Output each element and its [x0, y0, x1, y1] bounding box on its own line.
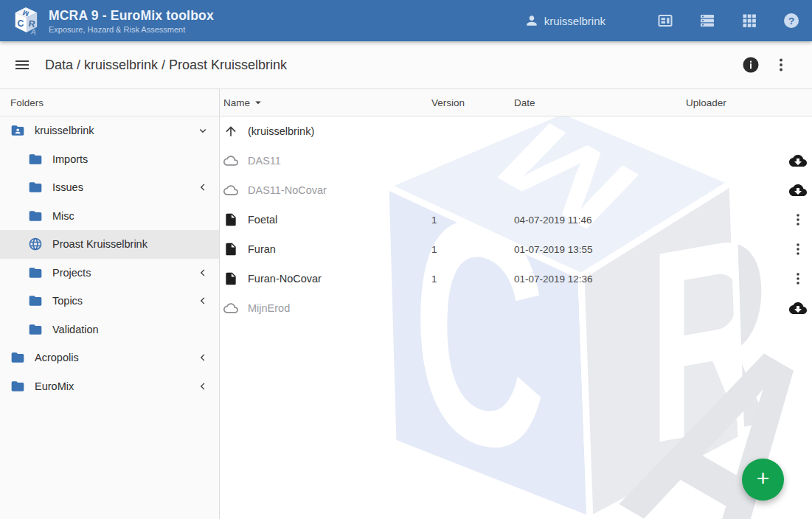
row-name: Furan-NoCovar	[248, 273, 322, 285]
row-name-cell: (kruisselbrink)	[223, 124, 431, 139]
row-date: 01-07-2019 13:55	[514, 244, 686, 255]
sidebar-item-label: Issues	[52, 181, 83, 193]
sidebar-item-issues[interactable]: Issues	[0, 173, 219, 202]
chevron-left-icon[interactable]	[196, 266, 209, 279]
row-name: Foetal	[248, 214, 277, 226]
sidebar-item-projects[interactable]: Projects	[0, 259, 219, 288]
folder-tree: kruisselbrinkImportsIssuesMiscProast Kru…	[0, 116, 219, 400]
column-name-label: Name	[223, 97, 250, 108]
chevron-down-icon[interactable]	[196, 124, 209, 137]
folder-icon	[28, 265, 43, 280]
row-actions	[785, 152, 811, 170]
app-title: MCRA 9 - EuroMix toolbox	[49, 8, 214, 24]
row-name: DAS11	[248, 155, 281, 167]
app-bar: M C R A MCRA 9 - EuroMix toolbox Exposur…	[0, 0, 812, 41]
row-version: 1	[431, 244, 514, 255]
app-bar-actions: kruisselbrink ?	[524, 12, 800, 29]
sidebar-item-label: Validation	[52, 324, 99, 335]
row-date: 01-07-2019 12:36	[514, 274, 686, 285]
row-name-cell: MijnErod	[223, 301, 431, 316]
cloud-download-icon[interactable]	[789, 152, 807, 170]
user-menu[interactable]: kruisselbrink	[524, 13, 605, 28]
file-icon	[223, 212, 238, 227]
table-row-kruisselbrink[interactable]: (kruisselbrink)	[220, 116, 812, 146]
sidebar-item-acropolis[interactable]: Acropolis	[0, 344, 219, 372]
globe-icon	[28, 237, 43, 251]
breadcrumb-bar: Data / kruisselbrink / Proast Kruisselbr…	[0, 41, 812, 89]
chevron-left-icon[interactable]	[196, 351, 209, 364]
mcra-logo-icon: M C R A	[12, 6, 40, 35]
app-titles: MCRA 9 - EuroMix toolbox Exposure, Hazar…	[49, 8, 214, 34]
row-name-cell: Furan	[223, 242, 431, 257]
dns-list-icon[interactable]	[698, 12, 716, 29]
file-icon	[223, 271, 238, 286]
row-actions	[785, 181, 811, 199]
row-kebab-menu-icon[interactable]	[789, 240, 807, 258]
sidebar-item-label: EuroMix	[35, 380, 74, 392]
sidebar-item-euromix[interactable]: EuroMix	[0, 372, 219, 401]
row-name-cell: DAS11	[223, 153, 431, 168]
file-icon	[223, 242, 238, 257]
row-actions	[785, 299, 811, 317]
sidebar-item-topics[interactable]: Topics	[0, 287, 219, 316]
table-row-das11[interactable]: DAS11	[220, 146, 812, 175]
layout-panel-icon[interactable]	[656, 12, 674, 29]
app-subtitle: Exposure, Hazard & Risk Assessment	[49, 25, 214, 34]
hamburger-menu-icon[interactable]	[13, 56, 31, 74]
folder-icon	[28, 293, 43, 308]
row-actions	[785, 240, 811, 258]
add-button[interactable]: +	[742, 459, 784, 501]
row-kebab-menu-icon[interactable]	[789, 211, 807, 229]
folder-icon	[28, 180, 43, 195]
column-header-version[interactable]: Version	[431, 97, 514, 108]
chevron-left-icon[interactable]	[196, 294, 209, 307]
table-row-furan[interactable]: Furan101-07-2019 13:55	[220, 234, 812, 264]
row-name: MijnErod	[248, 302, 290, 314]
sidebar-item-imports[interactable]: Imports	[0, 145, 219, 174]
svg-text:?: ?	[788, 15, 794, 27]
svg-text:C: C	[17, 18, 24, 29]
column-header-name[interactable]: Name	[223, 96, 431, 109]
file-list-panel: R M C R A Name Version Date	[220, 89, 812, 519]
row-kebab-menu-icon[interactable]	[789, 270, 807, 288]
row-actions	[785, 211, 811, 229]
sidebar-item-proast-kruisselbrink[interactable]: Proast Kruisselbrink	[0, 230, 219, 259]
help-icon[interactable]: ?	[782, 12, 800, 29]
cloud-icon	[223, 183, 238, 198]
sidebar-item-validation[interactable]: Validation	[0, 316, 219, 344]
folder-icon	[10, 350, 25, 365]
row-name-cell: Furan-NoCovar	[223, 271, 431, 286]
person-icon	[524, 13, 539, 28]
row-name-cell: Foetal	[223, 212, 431, 227]
sidebar-item-label: Misc	[52, 210, 74, 222]
breadcrumb: Data / kruisselbrink / Proast Kruisselbr…	[45, 58, 287, 73]
row-date: 04-07-2019 11:46	[514, 215, 686, 226]
sidebar-item-misc[interactable]: Misc	[0, 202, 219, 231]
chevron-left-icon[interactable]	[196, 181, 209, 194]
info-icon[interactable]	[742, 56, 760, 74]
table-row-mijnerod[interactable]: MijnErod	[220, 293, 812, 323]
table-row-furan-nocovar[interactable]: Furan-NoCovar101-07-2019 12:36	[220, 264, 812, 293]
sidebar-item-label: Imports	[52, 153, 88, 165]
table-row-foetal[interactable]: Foetal104-07-2019 11:46	[220, 205, 812, 234]
column-header-uploader[interactable]: Uploader	[686, 97, 785, 108]
apps-grid-icon[interactable]	[740, 12, 758, 29]
folder-shared-icon	[10, 123, 25, 138]
cloud-icon	[223, 301, 238, 316]
sidebar-item-kruisselbrink[interactable]: kruisselbrink	[0, 116, 219, 145]
table-row-das11-nocovar[interactable]: DAS11-NoCovar	[220, 175, 812, 205]
table-header: Name Version Date Uploader	[220, 89, 812, 116]
row-version: 1	[431, 274, 514, 285]
sidebar-item-label: Topics	[52, 295, 83, 307]
column-header-date[interactable]: Date	[514, 97, 686, 108]
sort-arrow-icon	[251, 96, 265, 109]
page-kebab-menu-icon[interactable]	[772, 56, 790, 74]
chevron-left-icon[interactable]	[196, 380, 209, 393]
sidebar-item-label: Acropolis	[35, 352, 79, 363]
folder-icon	[28, 152, 43, 167]
sidebar-item-label: Projects	[52, 267, 91, 279]
cloud-download-icon[interactable]	[789, 299, 807, 317]
arrow-up-icon	[223, 124, 238, 139]
folder-icon	[10, 379, 25, 394]
cloud-download-icon[interactable]	[789, 181, 807, 199]
